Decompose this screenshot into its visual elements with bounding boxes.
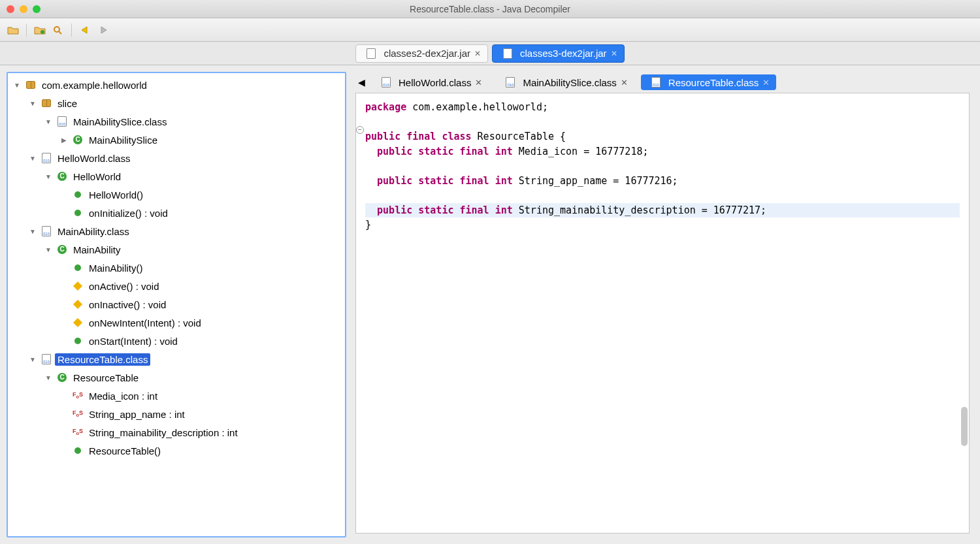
minimize-window-button[interactable] bbox=[20, 5, 27, 13]
tree-node-label: onInitialize() : void bbox=[86, 207, 171, 219]
tree-node[interactable]: onActive() : void bbox=[9, 277, 344, 295]
toolbar-separator bbox=[26, 24, 27, 37]
tree-node[interactable]: FoSString_mainability_description : int bbox=[9, 423, 344, 441]
close-icon[interactable]: ✕ bbox=[762, 78, 770, 88]
disclosure-icon[interactable]: ▼ bbox=[43, 374, 54, 381]
scrollbar-thumb[interactable] bbox=[961, 407, 968, 446]
disclosure-icon[interactable]: ▼ bbox=[43, 173, 54, 180]
class-file-icon bbox=[41, 225, 52, 237]
close-icon[interactable]: ✕ bbox=[475, 78, 482, 88]
search-button[interactable] bbox=[50, 22, 66, 38]
tree-node[interactable]: FoSString_app_name : int bbox=[9, 405, 344, 423]
public-method-icon bbox=[72, 207, 84, 219]
package-explorer[interactable]: ▼com.example.helloworld▼slice▼MainAbilit… bbox=[7, 72, 346, 537]
disclosure-icon[interactable]: ▼ bbox=[12, 82, 22, 89]
class-file-icon bbox=[650, 76, 662, 88]
disclosure-icon[interactable]: ▶ bbox=[59, 136, 69, 144]
protected-method-icon bbox=[72, 280, 84, 292]
open-type-button[interactable] bbox=[32, 22, 48, 38]
editor-tab[interactable]: HelloWorld.class✕ bbox=[371, 74, 489, 90]
code-view: package com.example.helloworld; public f… bbox=[356, 93, 969, 239]
tree-node[interactable]: MainAbility() bbox=[9, 259, 344, 277]
tree-node-label: HelloWorld bbox=[71, 170, 123, 183]
editor-tab[interactable]: ResourceTable.class✕ bbox=[641, 74, 776, 90]
tree-node[interactable]: ▼ResourceTable.class bbox=[9, 350, 344, 368]
tree-node-label: HelloWorld.class bbox=[55, 152, 133, 165]
file-tab[interactable]: classes3-dex2jar.jar✕ bbox=[492, 44, 625, 63]
jar-icon bbox=[365, 48, 377, 59]
tree-node-label: slice bbox=[55, 97, 80, 110]
file-tab-label: classes3-dex2jar.jar bbox=[520, 48, 607, 59]
tree-node[interactable]: ▼MainAbility.class bbox=[9, 222, 344, 240]
tree-node[interactable]: onNewIntent(Intent) : void bbox=[9, 313, 344, 332]
fold-toggle-icon[interactable]: − bbox=[356, 126, 364, 134]
tree-node-label: MainAbility.class bbox=[55, 225, 132, 238]
file-tab-label: classes2-dex2jar.jar bbox=[384, 48, 470, 59]
close-window-button[interactable] bbox=[7, 5, 14, 13]
tree-node[interactable]: ▼slice bbox=[9, 94, 344, 112]
tree-node[interactable]: ▼CHelloWorld bbox=[9, 167, 344, 185]
protected-method-icon bbox=[72, 317, 84, 328]
public-method-icon bbox=[72, 445, 84, 456]
close-icon[interactable]: ✕ bbox=[621, 78, 628, 88]
disclosure-icon[interactable]: ▼ bbox=[43, 246, 54, 253]
static-field-icon: FoS bbox=[72, 408, 84, 420]
public-method-icon bbox=[72, 262, 84, 274]
window-title: ResourceTable.class - Java Decompiler bbox=[410, 4, 570, 14]
tree-node[interactable]: ResourceTable() bbox=[9, 441, 344, 460]
toolbar-separator bbox=[71, 24, 72, 37]
public-method-icon bbox=[72, 335, 84, 347]
disclosure-icon[interactable]: ▼ bbox=[27, 356, 38, 363]
jar-icon bbox=[502, 48, 514, 59]
class-icon: C bbox=[56, 372, 68, 383]
tree-node-label: MainAbility() bbox=[86, 262, 146, 274]
tree-node[interactable]: HelloWorld() bbox=[9, 185, 344, 204]
tree-node[interactable]: ▼com.example.helloworld bbox=[9, 76, 344, 94]
close-icon[interactable]: ✕ bbox=[611, 49, 617, 58]
tree-node[interactable]: ▼MainAbilitySlice.class bbox=[9, 112, 344, 131]
editor-tab-label: MainAbilitySlice.class bbox=[523, 77, 616, 88]
disclosure-icon[interactable]: ▼ bbox=[27, 155, 38, 162]
tree-node-label: MainAbility bbox=[71, 244, 123, 256]
tree-node-label: com.example.helloworld bbox=[39, 79, 150, 91]
tree-node-label: onStart(Intent) : void bbox=[86, 335, 180, 347]
tree-node-label: ResourceTable() bbox=[86, 445, 163, 457]
tree-node[interactable]: FoSMedia_icon : int bbox=[9, 387, 344, 405]
tree-node[interactable]: ▼CResourceTable bbox=[9, 368, 344, 387]
editor-tab-label: HelloWorld.class bbox=[399, 77, 471, 88]
tree-node-label: onInactive() : void bbox=[86, 298, 169, 311]
source-editor[interactable]: − package com.example.helloworld; public… bbox=[355, 93, 970, 534]
disclosure-icon[interactable]: ▼ bbox=[27, 228, 38, 235]
editor-prev-button[interactable]: ◀ bbox=[355, 77, 367, 88]
class-file-icon bbox=[41, 353, 52, 365]
tree-node[interactable]: ▼CMainAbility bbox=[9, 240, 344, 259]
nav-back-button[interactable] bbox=[77, 22, 93, 38]
package-icon bbox=[41, 97, 52, 109]
close-icon[interactable]: ✕ bbox=[474, 49, 481, 58]
open-file-button[interactable] bbox=[5, 22, 21, 38]
svg-point-0 bbox=[41, 30, 44, 34]
editor-tab-label: ResourceTable.class bbox=[668, 77, 759, 88]
class-file-icon bbox=[56, 116, 68, 127]
tree-node[interactable]: ▶CMainAbilitySlice bbox=[9, 131, 344, 149]
tree-node-label: onNewIntent(Intent) : void bbox=[86, 317, 204, 329]
class-file-icon bbox=[380, 76, 392, 88]
tree-node[interactable]: ▼HelloWorld.class bbox=[9, 149, 344, 167]
class-file-icon bbox=[41, 152, 52, 164]
disclosure-icon[interactable]: ▼ bbox=[27, 100, 38, 107]
file-tab[interactable]: classes2-dex2jar.jar✕ bbox=[355, 44, 488, 63]
window-controls bbox=[7, 5, 41, 13]
tree-node-label: MainAbilitySlice bbox=[86, 134, 160, 146]
tree-node[interactable]: onInitialize() : void bbox=[9, 204, 344, 222]
tree-node[interactable]: onStart(Intent) : void bbox=[9, 332, 344, 350]
maximize-window-button[interactable] bbox=[33, 5, 41, 13]
nav-forward-button[interactable] bbox=[95, 22, 111, 38]
editor-tab[interactable]: MainAbilitySlice.class✕ bbox=[495, 74, 634, 90]
disclosure-icon[interactable]: ▼ bbox=[43, 118, 54, 125]
file-tab-bar: classes2-dex2jar.jar✕classes3-dex2jar.ja… bbox=[0, 42, 980, 65]
tree-node[interactable]: onInactive() : void bbox=[9, 295, 344, 313]
editor-tab-bar: ◀ HelloWorld.class✕MainAbilitySlice.clas… bbox=[351, 72, 973, 93]
svg-point-1 bbox=[54, 27, 59, 32]
tree-node-label: ResourceTable.class bbox=[55, 353, 150, 366]
public-method-icon bbox=[72, 189, 84, 200]
